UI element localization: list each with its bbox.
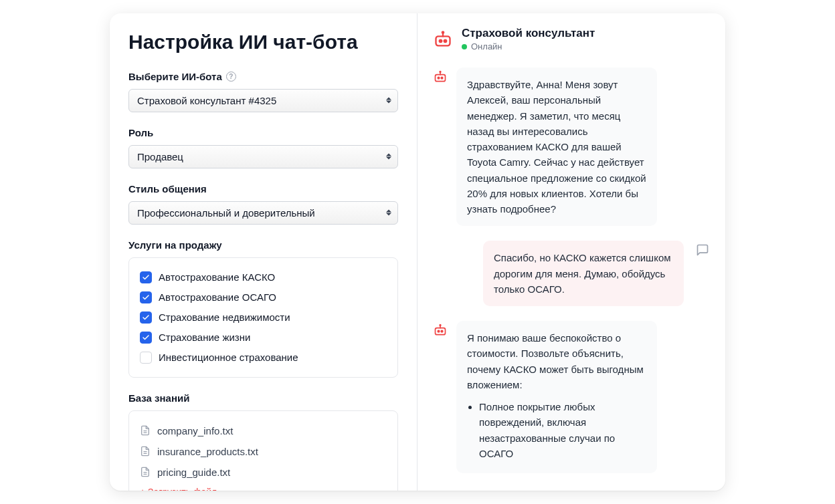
svg-point-20	[440, 325, 441, 326]
bot-message-row: Здравствуйте, Анна! Меня зовут Алексей, …	[434, 68, 709, 226]
bot-message-bubble: Я понимаю ваше беспокойство о стоимости.…	[456, 321, 657, 473]
select-arrows-icon	[386, 210, 391, 216]
bot-select[interactable]: Страховой консультант #4325	[128, 89, 398, 112]
field-bot: Выберите ИИ-бота ? Страховой консультант…	[128, 71, 398, 112]
field-services-label: Услуги на продажу	[128, 239, 398, 251]
svg-point-10	[442, 31, 444, 33]
service-item-life[interactable]: Страхование жизни	[140, 328, 387, 348]
svg-point-8	[444, 39, 447, 42]
status-text: Онлайн	[471, 41, 502, 51]
service-label: Страхование жизни	[159, 332, 250, 343]
kb-file[interactable]: insurance_products.txt	[140, 441, 387, 462]
file-icon	[140, 467, 151, 477]
svg-point-18	[441, 330, 443, 332]
user-message-row: Спасибо, но КАСКО кажется слишком дороги…	[434, 241, 709, 306]
chat-title: Страховой консультант	[462, 27, 595, 40]
bot-message-bubble: Здравствуйте, Анна! Меня зовут Алексей, …	[456, 68, 657, 226]
field-services: Услуги на продажу Автострахование КАСКО …	[128, 239, 398, 378]
checkbox-icon[interactable]	[140, 352, 152, 364]
style-select-value[interactable]: Профессиональный и доверительный	[128, 201, 398, 225]
field-role: Роль Продавец	[128, 127, 398, 168]
chat-status: Онлайн	[462, 41, 595, 51]
bot-icon	[434, 324, 448, 337]
select-arrows-icon	[386, 154, 391, 160]
message-list: Полное покрытие любых повреждений, включ…	[467, 399, 646, 461]
service-item-osago[interactable]: Автострахование ОСАГО	[140, 287, 387, 307]
checkbox-icon[interactable]	[140, 291, 152, 303]
svg-point-17	[438, 330, 440, 332]
chat-body[interactable]: Здравствуйте, Анна! Меня зовут Алексей, …	[418, 54, 725, 491]
service-item-investment[interactable]: Инвестиционное страхование	[140, 348, 387, 368]
field-kb-label: База знаний	[128, 392, 398, 404]
message-text: Я понимаю ваше беспокойство о стоимости.…	[467, 332, 644, 390]
kb-file[interactable]: pricing_guide.txt	[140, 462, 387, 483]
role-select[interactable]: Продавец	[128, 145, 398, 168]
role-select-value[interactable]: Продавец	[128, 145, 398, 168]
service-label: Автострахование ОСАГО	[159, 291, 276, 303]
chat-header: Страховой консультант Онлайн	[418, 13, 725, 54]
field-bot-label: Выберите ИИ-бота ?	[128, 71, 398, 82]
bot-message-row: Я понимаю ваше беспокойство о стоимости.…	[434, 321, 709, 473]
checkbox-icon[interactable]	[140, 332, 152, 344]
kb-box: company_info.txt insurance_products.txt …	[128, 410, 398, 491]
bot-icon	[434, 30, 452, 49]
svg-rect-11	[436, 75, 446, 82]
checkbox-icon[interactable]	[140, 311, 152, 324]
user-message-bubble: Спасибо, но КАСКО кажется слишком дороги…	[483, 241, 684, 306]
service-label: Страхование недвижимости	[159, 311, 290, 323]
status-dot-icon	[462, 44, 467, 49]
svg-rect-6	[436, 36, 450, 45]
service-label: Автострахование КАСКО	[159, 271, 275, 283]
label-text: Выберите ИИ-бота	[128, 71, 222, 82]
select-arrows-icon	[386, 98, 391, 104]
bot-select-value[interactable]: Страховой консультант #4325	[128, 89, 398, 112]
upload-file-link[interactable]: + Загрузить файл	[140, 487, 387, 491]
file-name: company_info.txt	[157, 425, 233, 436]
svg-point-15	[440, 72, 441, 73]
settings-pane: Настройка ИИ чат-бота Выберите ИИ-бота ?…	[110, 13, 418, 491]
field-role-label: Роль	[128, 127, 398, 138]
svg-point-12	[438, 77, 440, 79]
settings-card: Настройка ИИ чат-бота Выберите ИИ-бота ?…	[110, 13, 725, 491]
service-item-kasko[interactable]: Автострахование КАСКО	[140, 267, 387, 287]
kb-file[interactable]: company_info.txt	[140, 420, 387, 441]
help-icon[interactable]: ?	[226, 72, 236, 82]
field-style: Стиль общения Профессиональный и доверит…	[128, 183, 398, 225]
chat-pane: Страховой консультант Онлайн Здравствуйт…	[418, 13, 725, 491]
file-icon	[140, 446, 151, 457]
service-item-property[interactable]: Страхование недвижимости	[140, 307, 387, 328]
svg-point-7	[440, 39, 442, 42]
service-label: Инвестиционное страхование	[159, 352, 298, 363]
field-style-label: Стиль общения	[128, 183, 398, 195]
svg-point-13	[441, 77, 443, 79]
message-icon[interactable]	[696, 243, 709, 257]
checkbox-icon[interactable]	[140, 271, 152, 283]
file-icon	[140, 425, 151, 436]
services-box: Автострахование КАСКО Автострахование ОС…	[128, 257, 398, 378]
file-name: pricing_guide.txt	[157, 467, 230, 478]
bot-icon	[434, 70, 448, 84]
list-item: Полное покрытие любых повреждений, включ…	[479, 399, 646, 461]
file-name: insurance_products.txt	[157, 446, 258, 457]
svg-rect-16	[436, 328, 446, 335]
field-kb: База знаний company_info.txt insurance_p…	[128, 392, 398, 491]
style-select[interactable]: Профессиональный и доверительный	[128, 201, 398, 225]
page-title: Настройка ИИ чат-бота	[128, 29, 398, 55]
